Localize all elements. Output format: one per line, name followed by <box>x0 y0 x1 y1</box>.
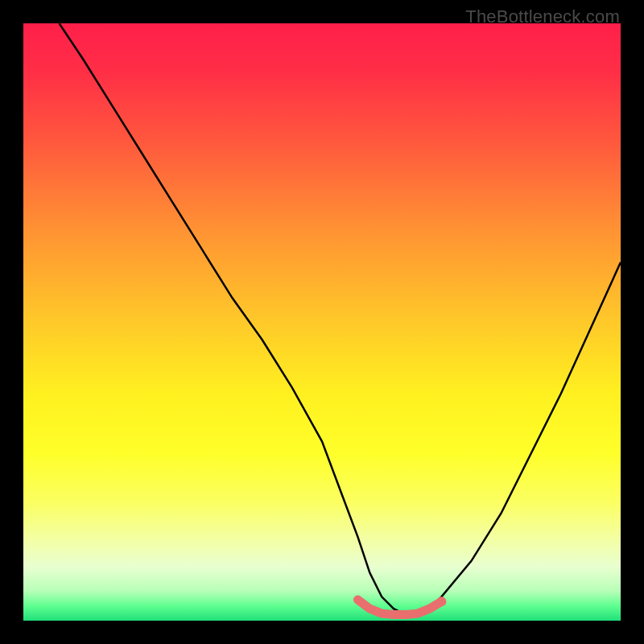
marker-end-dot <box>436 597 446 606</box>
plot-area <box>23 23 621 621</box>
gradient-background <box>23 23 621 621</box>
chart-svg <box>23 23 621 621</box>
chart-frame: TheBottleneck.com <box>0 0 644 644</box>
watermark-link[interactable]: TheBottleneck.com <box>465 6 620 27</box>
